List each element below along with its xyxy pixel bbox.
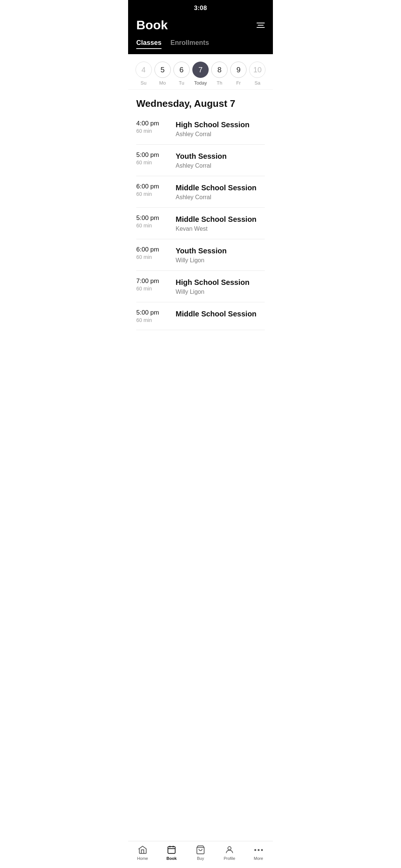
day-label-th: Th (217, 80, 222, 86)
sessions-list: 4:00 pm 60 min High School Session Ashle… (128, 113, 273, 330)
day-label-su: Su (141, 80, 147, 86)
calendar-day-th[interactable]: 8 Th (211, 62, 228, 86)
filter-button[interactable] (257, 23, 265, 28)
calendar-day-sa[interactable]: 10 Sa (249, 62, 265, 86)
session-info-2: Middle School Session Ashley Corral (176, 183, 265, 201)
tab-enrollments[interactable]: Enrollments (170, 39, 209, 49)
session-info-1: Youth Session Ashley Corral (176, 151, 265, 169)
day-label-tu: Tu (179, 80, 184, 86)
list-item[interactable]: 6:00 pm 60 min Youth Session Willy Ligon (136, 239, 265, 271)
session-time-5: 7:00 pm 60 min (136, 277, 170, 292)
page-title: Book (136, 18, 168, 32)
list-item[interactable]: 4:00 pm 60 min High School Session Ashle… (136, 113, 265, 145)
session-info-4: Youth Session Willy Ligon (176, 246, 265, 264)
session-time-4: 6:00 pm 60 min (136, 246, 170, 260)
day-number-10: 10 (249, 62, 265, 78)
session-time-2: 6:00 pm 60 min (136, 183, 170, 197)
status-bar: 3:08 (128, 0, 273, 14)
session-time-3: 5:00 pm 60 min (136, 214, 170, 228)
day-number-5: 5 (154, 62, 171, 78)
day-label-fr: Fr (236, 80, 241, 86)
list-item[interactable]: 5:00 pm 60 min Youth Session Ashley Corr… (136, 145, 265, 176)
calendar-day-su[interactable]: 4 Su (136, 62, 152, 86)
calendar-day-mo[interactable]: 5 Mo (154, 62, 171, 86)
list-item[interactable]: 6:00 pm 60 min Middle School Session Ash… (136, 176, 265, 208)
day-number-9: 9 (230, 62, 247, 78)
status-time: 3:08 (194, 4, 207, 11)
day-number-8: 8 (211, 62, 228, 78)
day-number-7: 7 (192, 62, 209, 78)
tab-bar: Classes Enrollments (128, 39, 273, 54)
session-info-5: High School Session Willy Ligon (176, 277, 265, 295)
session-time-6: 5:00 pm 60 min (136, 309, 170, 323)
session-info-3: Middle School Session Kevan West (176, 214, 265, 232)
session-info-0: High School Session Ashley Corral (176, 120, 265, 138)
session-info-6: Middle School Session (176, 309, 265, 320)
date-heading: Wednesday, August 7 (128, 90, 273, 113)
list-item[interactable]: 7:00 pm 60 min High School Session Willy… (136, 271, 265, 302)
app-header: Book (128, 14, 273, 39)
session-time-0: 4:00 pm 60 min (136, 120, 170, 134)
day-number-4: 4 (136, 62, 152, 78)
calendar-day-fr[interactable]: 9 Fr (230, 62, 247, 86)
tab-classes[interactable]: Classes (136, 39, 162, 49)
calendar-day-tu[interactable]: 6 Tu (173, 62, 190, 86)
calendar-strip: 4 Su 5 Mo 6 Tu 7 Today 8 Th 9 Fr 10 Sa (128, 54, 273, 90)
day-number-6: 6 (173, 62, 190, 78)
list-item[interactable]: 5:00 pm 60 min Middle School Session Kev… (136, 208, 265, 239)
day-label-today: Today (194, 80, 207, 86)
calendar-day-today[interactable]: 7 Today (192, 62, 209, 86)
session-time-1: 5:00 pm 60 min (136, 151, 170, 165)
day-label-sa: Sa (254, 80, 260, 86)
day-label-mo: Mo (159, 80, 166, 86)
list-item[interactable]: 5:00 pm 60 min Middle School Session (136, 302, 265, 330)
